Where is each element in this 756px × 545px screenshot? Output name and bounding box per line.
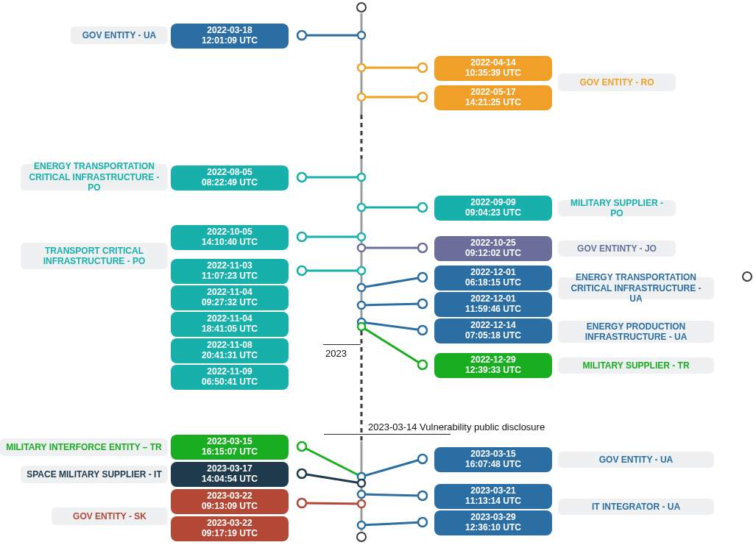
event-date: 2022-11-08 bbox=[207, 341, 252, 351]
event-date-box: 2022-12-2912:39:33 UTC bbox=[434, 353, 552, 378]
entity-label: GOV ENTITY - SK bbox=[52, 507, 168, 525]
annotation-line bbox=[323, 344, 361, 345]
event-date-box: 2022-12-1407:05:18 UTC bbox=[434, 318, 552, 343]
entity-label: GOV ENTITY - RO bbox=[558, 74, 676, 91]
svg-line-38 bbox=[361, 322, 423, 330]
svg-point-40 bbox=[418, 326, 427, 335]
event-date: 2023-03-22 bbox=[207, 491, 252, 502]
svg-point-34 bbox=[418, 273, 427, 282]
svg-line-32 bbox=[361, 277, 423, 288]
event-date-box: 2023-03-2209:17:19 UTC bbox=[171, 516, 289, 541]
event-time: 09:27:32 UTC bbox=[202, 298, 258, 308]
event-date: 2022-08-05 bbox=[207, 168, 252, 178]
entity-label-text: GOV ENTITY - UA bbox=[82, 30, 156, 40]
event-time: 12:01:09 UTC bbox=[202, 36, 258, 46]
svg-point-36 bbox=[358, 302, 365, 309]
svg-line-50 bbox=[302, 474, 361, 483]
svg-point-60 bbox=[358, 521, 365, 529]
event-date-box: 2023-03-1516:07:48 UTC bbox=[434, 447, 552, 472]
event-date-box: 2022-11-0906:50:41 UTC bbox=[171, 365, 289, 390]
event-date: 2022-09-09 bbox=[470, 198, 515, 208]
svg-point-15 bbox=[358, 93, 365, 101]
svg-point-13 bbox=[418, 63, 427, 72]
event-date: 2022-12-01 bbox=[470, 268, 515, 278]
svg-point-58 bbox=[297, 499, 306, 507]
event-date: 2022-12-01 bbox=[470, 294, 515, 304]
event-time: 20:41:31 UTC bbox=[202, 351, 258, 361]
event-time: 14:04:54 UTC bbox=[202, 474, 258, 485]
svg-line-44 bbox=[302, 446, 361, 477]
entity-label-text: GOV ENTINTY - JO bbox=[577, 243, 657, 254]
event-time: 12:39:33 UTC bbox=[465, 366, 521, 376]
entity-label-text: MILITARY SUPPLIER - TR bbox=[582, 360, 689, 371]
svg-point-46 bbox=[297, 442, 306, 451]
event-date-box: 2022-08-0508:22:49 UTC bbox=[171, 165, 289, 190]
entity-label-text: MILITARY SUPPLIER - PO bbox=[564, 198, 670, 219]
svg-line-59 bbox=[361, 522, 423, 525]
svg-line-53 bbox=[361, 494, 423, 496]
entity-label-text: GOV ENTITY - UA bbox=[599, 455, 673, 465]
svg-point-10 bbox=[297, 31, 306, 40]
event-time: 11:07:23 UTC bbox=[202, 271, 258, 282]
event-time: 16:07:48 UTC bbox=[465, 460, 521, 470]
svg-line-35 bbox=[361, 304, 423, 305]
svg-point-9 bbox=[358, 32, 365, 39]
event-time: 09:13:09 UTC bbox=[202, 502, 258, 512]
svg-point-6 bbox=[357, 532, 366, 541]
event-time: 12:36:10 UTC bbox=[465, 523, 521, 533]
entity-label: TRANSPORT CRITICALINFRASTRUCTURE - PO bbox=[21, 243, 168, 269]
event-date-box: 2023-03-2209:13:09 UTC bbox=[171, 489, 289, 514]
event-date: 2022-11-03 bbox=[207, 261, 252, 271]
svg-line-41 bbox=[361, 327, 423, 365]
entity-label: MILITARY SUPPLIER - PO bbox=[558, 200, 676, 216]
entity-label-text: MILITARY INTERFORCE ENTITY – TR bbox=[6, 442, 162, 452]
event-time: 14:10:40 UTC bbox=[202, 238, 258, 248]
svg-point-28 bbox=[418, 243, 427, 252]
event-date-box: 2022-04-1410:35:39 UTC bbox=[434, 56, 552, 81]
event-date: 2023-03-22 bbox=[207, 519, 252, 529]
entity-label-text: ENERGY PRODUCTIONINFRASTRUCTURE - UA bbox=[585, 321, 688, 343]
svg-point-61 bbox=[418, 518, 427, 527]
event-date-box: 2023-03-1714:04:54 UTC bbox=[171, 462, 289, 487]
event-time: 07:05:18 UTC bbox=[465, 331, 521, 341]
event-date: 2022-11-04 bbox=[207, 288, 252, 298]
event-date-box: 2022-11-0311:07:23 UTC bbox=[171, 259, 289, 284]
event-date: 2022-10-25 bbox=[470, 238, 515, 249]
svg-point-55 bbox=[418, 491, 427, 500]
event-date: 2023-03-21 bbox=[470, 486, 515, 496]
entity-label: ENERGY TRANSPORTATIONCRITICAL INFRASTRUC… bbox=[558, 277, 714, 299]
svg-point-12 bbox=[358, 64, 365, 71]
entity-label: IT INTEGRATOR - UA bbox=[558, 499, 714, 515]
svg-point-22 bbox=[418, 203, 427, 212]
svg-point-42 bbox=[358, 323, 365, 330]
svg-point-43 bbox=[418, 360, 427, 369]
event-date: 2023-03-29 bbox=[470, 513, 515, 523]
event-time: 11:13:14 UTC bbox=[465, 496, 521, 507]
entity-label: GOV ENTITY - UA bbox=[558, 452, 714, 468]
event-date-box: 2022-12-0106:18:15 UTC bbox=[434, 266, 552, 291]
svg-point-57 bbox=[358, 500, 365, 507]
event-time: 08:22:49 UTC bbox=[202, 178, 258, 188]
event-time: 16:15:07 UTC bbox=[202, 447, 258, 457]
svg-point-21 bbox=[358, 204, 365, 211]
entity-label: ENERGY PRODUCTIONINFRASTRUCTURE - UA bbox=[558, 321, 714, 343]
event-date-box: 2022-12-0111:59:46 UTC bbox=[434, 292, 552, 317]
svg-point-19 bbox=[297, 173, 306, 182]
svg-line-47 bbox=[361, 459, 423, 477]
event-time: 14:21:25 UTC bbox=[465, 98, 521, 108]
event-date: 2022-05-17 bbox=[470, 88, 515, 98]
entity-label: SPACE MILITARY SUPPLIER - IT bbox=[21, 466, 168, 483]
svg-point-30 bbox=[358, 267, 365, 274]
event-date-box: 2022-11-0409:27:32 UTC bbox=[171, 285, 289, 310]
entity-label-text: GOV ENTITY - RO bbox=[579, 77, 654, 88]
svg-line-56 bbox=[302, 503, 361, 504]
svg-point-24 bbox=[358, 233, 365, 241]
event-time: 09:12:02 UTC bbox=[465, 249, 521, 259]
annotation-text: 2023-03-14 Vulnerability public disclosu… bbox=[368, 421, 545, 432]
event-date-box: 2022-09-0909:04:23 UTC bbox=[434, 196, 552, 221]
event-date: 2022-10-05 bbox=[207, 227, 252, 238]
svg-point-51 bbox=[358, 480, 365, 487]
annotation-line bbox=[324, 434, 451, 435]
event-date-box: 2022-10-2509:12:02 UTC bbox=[434, 236, 552, 261]
svg-point-16 bbox=[418, 93, 427, 101]
